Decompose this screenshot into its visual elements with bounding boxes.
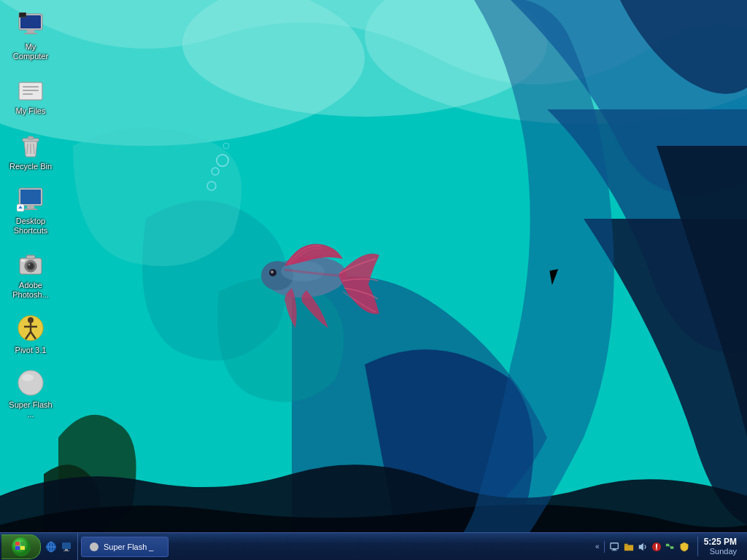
svg-rect-58 — [62, 542, 71, 549]
ql-ie-icon[interactable] — [44, 540, 58, 554]
clock-day: Sunday — [710, 547, 737, 556]
my-files-icon[interactable]: My Files — [4, 71, 58, 119]
svg-line-26 — [27, 144, 28, 154]
clock[interactable]: 5:25 PM Sunday — [697, 537, 743, 557]
svg-rect-30 — [20, 190, 41, 204]
taskbar-middle: Super Flash _ — [78, 537, 589, 557]
my-files-label: My Files — [16, 106, 46, 116]
pivot-label: Pivot 3.1 — [15, 346, 47, 355]
taskbar-item-label: Super Flash _ — [104, 542, 153, 551]
desktop-icons: My Computer My Files — [4, 7, 58, 422]
my-computer-icon[interactable]: My Computer — [4, 7, 58, 64]
svg-rect-52 — [15, 546, 20, 550]
super-flash-label: Super Flash ... — [7, 400, 55, 419]
tray-folder-icon[interactable] — [623, 541, 635, 553]
adobe-photoshop-icon-img — [16, 249, 45, 278]
svg-point-61 — [90, 542, 98, 551]
tray-network-icon[interactable] — [665, 541, 676, 553]
svg-rect-31 — [27, 206, 34, 209]
my-computer-label: My Computer — [7, 42, 55, 61]
svg-point-11 — [271, 271, 274, 273]
tray-volume-icon[interactable] — [637, 541, 649, 553]
svg-line-70 — [669, 545, 670, 548]
svg-point-47 — [18, 370, 43, 395]
svg-rect-16 — [24, 33, 37, 34]
tray-icons-area — [604, 541, 694, 553]
adobe-photoshop-label: Adobe Photosh... — [7, 281, 55, 300]
svg-rect-51 — [20, 542, 25, 545]
svg-point-67 — [656, 548, 657, 550]
svg-rect-50 — [15, 542, 20, 545]
svg-rect-32 — [24, 209, 37, 210]
super-flash-taskbar-item[interactable]: Super Flash _ — [81, 537, 169, 557]
quick-launch — [41, 533, 78, 560]
windows-logo-icon — [11, 537, 31, 557]
svg-rect-21 — [23, 86, 39, 88]
tray-display-icon[interactable] — [609, 541, 621, 553]
tray-security-icon[interactable] — [678, 541, 690, 553]
svg-rect-18 — [20, 13, 26, 17]
svg-rect-64 — [611, 550, 616, 551]
svg-rect-63 — [613, 548, 616, 550]
taskbar-item-icon — [89, 542, 99, 552]
svg-point-39 — [28, 264, 31, 266]
svg-rect-59 — [65, 549, 68, 551]
tray-expand-icon[interactable]: « — [594, 542, 601, 551]
my-computer-icon-img — [16, 10, 45, 39]
recycle-bin-icon-img — [16, 130, 45, 159]
super-flash-icon[interactable]: Super Flash ... — [4, 365, 58, 422]
svg-marker-65 — [638, 542, 643, 551]
desktop-shortcuts-icon-img — [16, 184, 45, 214]
svg-point-48 — [22, 374, 34, 381]
my-files-icon-img — [16, 74, 45, 104]
svg-rect-69 — [670, 546, 673, 549]
svg-rect-62 — [611, 542, 619, 548]
pivot-icon-img — [16, 314, 45, 343]
ql-desktop-icon[interactable] — [60, 540, 74, 554]
svg-rect-68 — [666, 543, 669, 546]
svg-rect-22 — [23, 90, 39, 91]
svg-rect-35 — [26, 255, 35, 259]
tray-alert-icon[interactable] — [651, 541, 662, 553]
svg-rect-40 — [21, 260, 25, 262]
taskbar: Super Flash _ « — [0, 532, 747, 560]
svg-rect-60 — [63, 551, 69, 551]
svg-rect-25 — [28, 136, 34, 139]
svg-line-28 — [34, 144, 34, 154]
svg-rect-23 — [23, 93, 33, 95]
start-button[interactable] — [1, 534, 41, 559]
recycle-bin-label: Recycle Bin — [9, 162, 52, 171]
super-flash-icon-img — [16, 368, 45, 397]
svg-rect-53 — [20, 546, 25, 550]
svg-point-42 — [28, 317, 34, 323]
clock-time: 5:25 PM — [704, 537, 737, 547]
desktop: My Computer My Files — [0, 0, 747, 560]
adobe-photoshop-icon[interactable]: Adobe Photosh... — [4, 246, 58, 303]
system-tray: « — [589, 533, 747, 560]
desktop-shortcuts-label: Desktop Shortcuts — [7, 217, 55, 236]
desktop-shortcuts-icon[interactable]: Desktop Shortcuts — [4, 182, 58, 238]
recycle-bin-icon[interactable]: Recycle Bin — [4, 127, 58, 174]
background-svg — [0, 0, 747, 560]
svg-rect-15 — [27, 30, 34, 33]
pivot-icon[interactable]: Pivot 3.1 — [4, 311, 58, 358]
